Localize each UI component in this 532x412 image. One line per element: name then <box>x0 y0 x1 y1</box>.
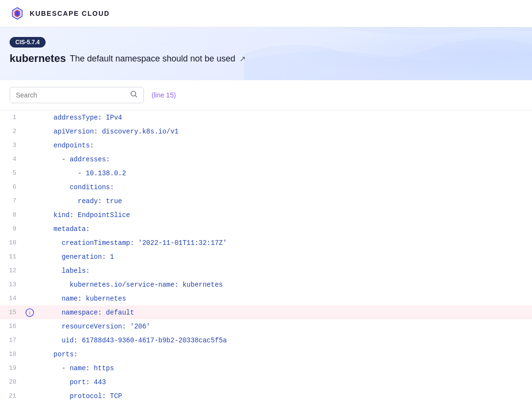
line-content: - addresses: <box>35 156 110 163</box>
code-line: 3 endpoints: <box>0 138 532 152</box>
code-line: 13 kubernetes.io/service-name: kubernete… <box>0 278 532 291</box>
search-bar-container: (line 15) <box>0 80 532 110</box>
line-number: 7 <box>0 197 24 205</box>
line-content: namespace: default <box>35 309 134 316</box>
code-line: 15 i namespace: default <box>0 305 532 319</box>
cis-badge: CIS-5.7.4 <box>10 37 46 48</box>
code-line: 12 labels: <box>0 264 532 278</box>
code-line: 20 port: 443 <box>0 375 532 389</box>
line-number: 18 <box>0 351 24 358</box>
line-number: 17 <box>0 337 24 344</box>
line-content: port: 443 <box>35 378 106 386</box>
search-input[interactable] <box>16 91 127 99</box>
code-line: 7 ready: true <box>0 194 532 208</box>
banner-decoration <box>244 27 532 80</box>
line-number: 13 <box>0 281 24 288</box>
heading-keyword: kubernetes <box>10 52 66 65</box>
line-content: conditions: <box>35 183 114 191</box>
code-line: 18 ports: <box>0 347 532 361</box>
line-number: 1 <box>0 114 24 121</box>
line-content: name: kubernetes <box>35 295 126 303</box>
line-content: metadata: <box>35 225 90 233</box>
line-number: 14 <box>0 295 24 302</box>
line-number: 3 <box>0 142 24 149</box>
line-content: addressType: IPv4 <box>35 114 122 121</box>
heading-description: The default namespace should not be used <box>70 54 235 64</box>
line-content: protocol: TCP <box>35 392 122 400</box>
line-content: kubernetes.io/service-name: kubernetes <box>35 281 223 289</box>
line-content: resourceVersion: '206' <box>35 323 150 330</box>
line-number: 5 <box>0 170 24 177</box>
line-content: generation: 1 <box>35 253 114 261</box>
search-input-wrapper[interactable] <box>10 87 144 103</box>
code-line: 11 generation: 1 <box>0 250 532 264</box>
line-content: kind: EndpointSlice <box>35 211 130 219</box>
code-line: 21 protocol: TCP <box>0 389 532 403</box>
kubescape-logo <box>10 6 25 21</box>
line-number: 12 <box>0 267 24 274</box>
code-line: 19 - name: https <box>0 361 532 375</box>
svg-text:i: i <box>29 310 30 315</box>
code-line: 14 name: kubernetes <box>0 291 532 305</box>
line-number: 21 <box>0 392 24 400</box>
line-number: 10 <box>0 239 24 246</box>
line-content: - 10.138.0.2 <box>35 170 126 177</box>
line-content: endpoints: <box>35 142 94 149</box>
line-number: 9 <box>0 225 24 232</box>
code-line: 1 addressType: IPv4 <box>0 110 532 124</box>
line-number: 16 <box>0 323 24 330</box>
code-line: 8 kind: EndpointSlice <box>0 208 532 222</box>
svg-line-5 <box>135 96 137 97</box>
code-line: 17 uid: 61788d43-9360-4617-b9b2-20338cac… <box>0 333 532 347</box>
code-line: 9 metadata: <box>0 222 532 236</box>
line-content: ports: <box>35 351 78 358</box>
app-title: KUBESCAPE CLOUD <box>30 10 110 17</box>
line-number: 20 <box>0 378 24 386</box>
line-number: 15 <box>0 309 24 316</box>
page-banner: CIS-5.7.4 kubernetes The default namespa… <box>0 27 532 80</box>
line-number: 19 <box>0 364 24 372</box>
line-content: - name: https <box>35 364 114 372</box>
app-header: KUBESCAPE CLOUD <box>0 0 532 27</box>
code-line: 5 - 10.138.0.2 <box>0 166 532 180</box>
code-line: 2 apiVersion: discovery.k8s.io/v1 <box>0 124 532 138</box>
line-number: 11 <box>0 253 24 260</box>
code-line: 16 resourceVersion: '206' <box>0 319 532 333</box>
code-container: 1 addressType: IPv42 apiVersion: discove… <box>0 110 532 403</box>
code-line: 6 conditions: <box>0 180 532 194</box>
line-content: ready: true <box>35 197 122 205</box>
line-number: 8 <box>0 211 24 218</box>
line-content: labels: <box>35 267 90 275</box>
line-number: 4 <box>0 156 24 163</box>
code-line: 10 creationTimestamp: '2022-11-01T11:32:… <box>0 236 532 250</box>
line-warning-icon: i <box>24 308 35 317</box>
code-line: 4 - addresses: <box>0 152 532 166</box>
line-content: uid: 61788d43-9360-4617-b9b2-20338cac5f5… <box>35 337 227 344</box>
search-icon[interactable] <box>130 90 138 100</box>
line-number: 6 <box>0 183 24 191</box>
line-number: 2 <box>0 128 24 135</box>
line-content: creationTimestamp: '2022-11-01T11:32:17Z… <box>35 239 227 247</box>
line-content: apiVersion: discovery.k8s.io/v1 <box>35 128 178 135</box>
line-indicator: (line 15) <box>152 91 176 99</box>
